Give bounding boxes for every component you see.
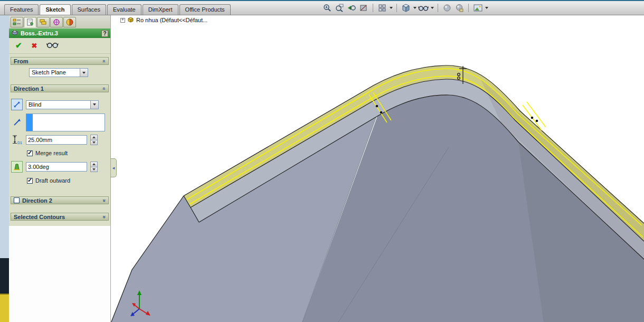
propertymanager-tab-icon[interactable] xyxy=(24,17,36,27)
start-condition-combo[interactable]: Sketch Plane xyxy=(29,68,88,77)
section-view-icon[interactable] xyxy=(358,3,369,13)
display-style-caret-icon[interactable] xyxy=(413,7,416,9)
dimxpertmanager-tab-icon[interactable] xyxy=(50,17,63,27)
solidworks-window: Features Sketch Surfaces Evaluate DimXpe… xyxy=(0,0,644,322)
section-header-direction1[interactable]: Direction 1 xyxy=(11,84,109,92)
merge-result-checkbox[interactable] xyxy=(27,150,33,156)
spinner-down-icon[interactable] xyxy=(91,167,97,172)
featuremanager-tab-icon[interactable] xyxy=(11,17,23,27)
section-direction1-label: Direction 1 xyxy=(14,86,44,92)
zoom-to-fit-icon[interactable] xyxy=(322,3,333,13)
tree-root-label[interactable]: Ro nhua (Défaut<<Défaut... xyxy=(136,17,207,23)
direction-reference-listbox[interactable] xyxy=(26,113,105,131)
start-condition-value: Sketch Plane xyxy=(30,69,80,77)
spinner-down-icon[interactable] xyxy=(91,140,97,145)
model-3d-view[interactable] xyxy=(111,15,644,322)
tab-evaluate[interactable]: Evaluate xyxy=(107,4,141,15)
property-manager-panel: Boss.-Extru.3 ? From Ske xyxy=(9,15,110,226)
combo-dropdown-icon[interactable] xyxy=(90,101,98,109)
tree-expand-icon[interactable] xyxy=(120,18,125,23)
previous-view-icon[interactable] xyxy=(346,3,357,13)
end-condition-combo[interactable]: Blind xyxy=(26,100,99,109)
panel-collapse-tab[interactable] xyxy=(111,158,117,177)
collapse-chevron-down-icon[interactable] xyxy=(101,199,107,202)
section-header-from[interactable]: From xyxy=(11,57,109,65)
command-tabs: Features Sketch Surfaces Evaluate DimXpe… xyxy=(4,4,231,15)
selection-highlight xyxy=(26,114,33,131)
toolbar-separator xyxy=(438,4,438,12)
left-panel-column: Boss.-Extru.3 ? From Ske xyxy=(9,15,111,322)
command-manager-toolbar: Features Sketch Surfaces Evaluate DimXpe… xyxy=(0,1,644,15)
section-body-direction1: Blind D1 xyxy=(9,92,110,188)
draft-angle-input[interactable] xyxy=(26,162,87,172)
combo-dropdown-icon[interactable] xyxy=(80,69,88,77)
hide-show-items-caret-icon[interactable] xyxy=(431,7,434,9)
depth-input[interactable] xyxy=(26,135,87,145)
draft-outward-label: Draft outward xyxy=(35,177,70,184)
tab-sketch[interactable]: Sketch xyxy=(40,4,70,15)
displaymanager-tab-icon[interactable] xyxy=(63,17,76,27)
panel-tab-bar xyxy=(9,15,110,29)
depth-d1-icon: D1 xyxy=(11,135,23,145)
toolbar-separator xyxy=(396,4,397,12)
svg-text:D1: D1 xyxy=(17,141,22,145)
draft-on-off-button[interactable] xyxy=(11,161,23,173)
collapse-chevron-up-icon[interactable] xyxy=(101,87,107,90)
spinner-up-icon[interactable] xyxy=(91,135,97,140)
edit-appearance-icon[interactable] xyxy=(442,3,452,13)
direction-reference-icon xyxy=(11,118,23,127)
graphics-area[interactable]: Ro nhua (Défaut<<Défaut... xyxy=(111,15,644,322)
view-toolbar xyxy=(322,3,488,15)
detailed-preview-icon[interactable] xyxy=(46,42,59,50)
ok-button[interactable] xyxy=(15,41,22,50)
collapse-chevron-up-icon[interactable] xyxy=(101,60,107,63)
panel-empty-area xyxy=(9,226,110,322)
display-style-icon[interactable] xyxy=(401,3,411,13)
reverse-direction-button[interactable] xyxy=(11,99,23,110)
collapse-chevron-down-icon[interactable] xyxy=(101,215,107,219)
help-button[interactable]: ? xyxy=(101,30,108,37)
spinner-up-icon[interactable] xyxy=(91,162,97,167)
tab-features[interactable]: Features xyxy=(4,4,39,15)
part-icon xyxy=(127,16,134,24)
hide-show-items-icon[interactable] xyxy=(418,3,429,13)
feature-title-bar: Boss.-Extru.3 ? xyxy=(9,29,110,38)
section-header-direction2[interactable]: Direction 2 xyxy=(11,196,109,204)
section-header-selected-contours[interactable]: Selected Contours xyxy=(11,213,109,221)
section-body-from: Sketch Plane xyxy=(9,65,110,81)
toolbar-separator xyxy=(468,4,469,12)
section-from-label: From xyxy=(14,58,29,64)
tab-office-products[interactable]: Office Products xyxy=(179,4,231,15)
tab-dimxpert[interactable]: DimXpert xyxy=(143,4,178,15)
panel-action-bar xyxy=(9,38,110,54)
main-content: Boss.-Extru.3 ? From Ske xyxy=(0,15,644,322)
merge-result-label: Merge result xyxy=(35,150,68,156)
extrude-boss-icon xyxy=(11,30,18,37)
flyout-feature-tree: Ro nhua (Défaut<<Défaut... xyxy=(120,16,207,24)
view-orientation-icon[interactable] xyxy=(377,3,387,13)
zoom-to-area-icon[interactable] xyxy=(334,3,345,13)
view-settings-caret-icon[interactable] xyxy=(485,7,488,9)
left-strip-thumbnail-fragment xyxy=(0,293,9,322)
tab-surfaces[interactable]: Surfaces xyxy=(72,4,106,15)
left-edge-strip xyxy=(0,15,9,322)
draft-angle-spinner[interactable] xyxy=(90,162,98,172)
section-direction2-label: Direction 2 xyxy=(22,197,52,204)
feature-title: Boss.-Extru.3 xyxy=(21,30,99,36)
view-settings-icon[interactable] xyxy=(472,3,483,13)
toolbar-separator xyxy=(373,4,373,12)
direction2-checkbox[interactable] xyxy=(14,197,20,203)
end-condition-value: Blind xyxy=(26,101,90,109)
configurationmanager-tab-icon[interactable] xyxy=(37,17,50,27)
apply-scene-icon[interactable] xyxy=(454,3,465,13)
depth-spinner[interactable] xyxy=(90,135,98,145)
cancel-button[interactable] xyxy=(32,42,37,50)
section-selected-contours-label: Selected Contours xyxy=(14,214,65,220)
draft-outward-checkbox[interactable] xyxy=(27,178,33,184)
view-orientation-caret-icon[interactable] xyxy=(390,7,393,9)
